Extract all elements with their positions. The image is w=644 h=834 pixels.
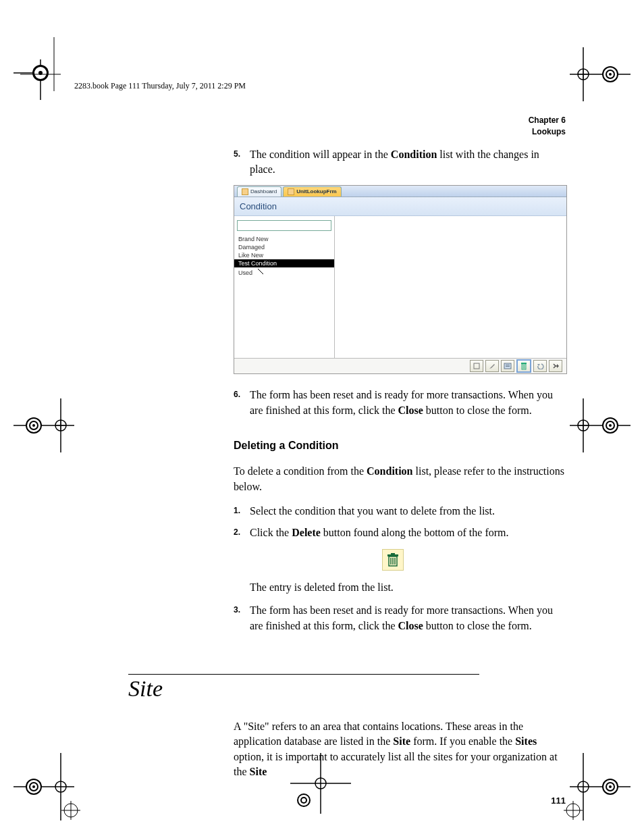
crop-mark-top-left (14, 59, 74, 120)
form-title: Condition (234, 197, 566, 216)
svg-point-61 (606, 782, 615, 791)
svg-point-43 (29, 782, 38, 791)
step-text: The form has been reset and is ready for… (250, 604, 553, 631)
svg-point-44 (30, 783, 37, 790)
tab-icon (288, 188, 294, 195)
condition-list-item[interactable]: Damaged (234, 243, 334, 251)
svg-point-14 (603, 68, 617, 81)
svg-point-10 (578, 69, 589, 80)
step-text: Click the Delete button found along the … (250, 527, 508, 538)
delete-result: The entry is deleted from the list. (250, 580, 566, 595)
condition-list-item[interactable]: Test Condition (234, 259, 334, 267)
svg-point-34 (603, 419, 617, 432)
delete-step-2: 2. Click the Delete button found along t… (234, 525, 566, 540)
svg-point-46 (64, 804, 78, 817)
site-paragraph: A "Site" refers to an area that contains… (234, 719, 566, 780)
step-number: 1. (234, 505, 240, 517)
svg-rect-67 (474, 363, 479, 369)
chapter-title: Lookups (128, 126, 566, 138)
cursor-icon (258, 268, 263, 275)
svg-point-25 (29, 421, 38, 430)
svg-point-16 (607, 71, 614, 78)
undo-button[interactable] (533, 360, 547, 372)
condition-list-item[interactable]: Like New (234, 251, 334, 259)
new-button[interactable] (470, 360, 483, 372)
svg-point-41 (26, 779, 42, 795)
form-toolbar (234, 358, 566, 373)
svg-point-59 (602, 779, 618, 795)
step-number: 2. (234, 527, 240, 538)
chapter-header: Chapter 6 Lookups (128, 115, 566, 138)
tab-dashboard[interactable]: Dashboard (237, 186, 281, 197)
delete-button[interactable] (516, 359, 531, 373)
trash-icon (387, 553, 399, 567)
svg-point-62 (607, 783, 614, 790)
svg-rect-69 (506, 365, 510, 365)
svg-point-60 (603, 780, 617, 793)
svg-point-36 (607, 422, 614, 429)
step-6: 6. The form has been reset and is ready … (234, 388, 566, 418)
view-button[interactable] (501, 360, 514, 372)
chapter-label: Chapter 6 (128, 115, 566, 126)
svg-point-35 (606, 421, 615, 430)
crop-mark-bottom-left (14, 746, 88, 820)
svg-point-37 (609, 424, 612, 427)
step-number: 3. (234, 604, 240, 616)
condition-list-panel: Brand NewDamagedLike NewTest ConditionUs… (234, 216, 335, 358)
section-rule (128, 674, 479, 675)
page-number: 111 (128, 796, 566, 806)
svg-point-63 (609, 785, 612, 788)
svg-point-33 (602, 417, 618, 434)
step-text: The condition will appear in the Conditi… (250, 149, 539, 175)
step-text: Select the condition that you want to de… (250, 505, 495, 517)
section-title-site: Site (128, 676, 566, 702)
step-number: 6. (234, 389, 240, 400)
delete-step-1: 1. Select the condition that you want to… (234, 504, 566, 519)
svg-rect-72 (521, 363, 527, 364)
svg-rect-76 (387, 554, 398, 556)
close-button[interactable] (549, 360, 562, 372)
svg-point-23 (26, 417, 42, 434)
svg-point-26 (30, 422, 37, 429)
crop-mark-top-right (556, 47, 630, 101)
delete-icon-callout (382, 549, 404, 571)
svg-point-17 (609, 73, 612, 76)
step-5: 5. The condition will appear in the Cond… (234, 147, 566, 178)
svg-point-15 (606, 70, 615, 79)
svg-point-42 (27, 780, 41, 793)
delete-intro: To delete a condition from the Condition… (234, 464, 566, 494)
crop-mark-mid-left (14, 398, 88, 452)
condition-list-item[interactable]: Brand New (234, 235, 334, 243)
tab-icon (242, 188, 248, 195)
svg-point-5 (38, 71, 43, 75)
delete-step-3: 3. The form has been reset and is ready … (234, 603, 566, 633)
svg-point-45 (32, 785, 35, 788)
svg-point-20 (55, 420, 66, 431)
step-number: 5. (234, 149, 240, 160)
svg-rect-77 (391, 553, 395, 554)
svg-point-4 (34, 67, 47, 79)
running-head: 2283.book Page 111 Thursday, July 7, 201… (74, 81, 246, 91)
svg-point-40 (55, 781, 66, 792)
svg-point-3 (32, 65, 49, 81)
subheading-deleting-condition: Deleting a Condition (234, 440, 566, 452)
step-text: The form has been reset and is ready for… (250, 389, 553, 415)
filter-input[interactable] (237, 220, 331, 231)
svg-point-58 (578, 781, 589, 792)
condition-list-item[interactable]: Used (234, 267, 334, 277)
svg-point-64 (566, 804, 580, 817)
svg-point-2 (38, 70, 43, 76)
tab-unitlookupfrm[interactable]: UnitLookupFrm (283, 186, 342, 197)
tab-bar: Dashboard UnitLookupFrm (234, 186, 566, 197)
crop-corner-tl (20, 37, 74, 105)
svg-point-27 (32, 424, 35, 427)
condition-form-screenshot: Dashboard UnitLookupFrm Condition Brand … (234, 185, 567, 374)
crop-mark-bottom-right (556, 746, 630, 820)
svg-rect-70 (506, 366, 510, 367)
crop-mark-mid-right (556, 398, 630, 452)
edit-button[interactable] (485, 360, 499, 372)
svg-point-13 (602, 66, 618, 82)
svg-rect-71 (522, 364, 526, 369)
svg-point-30 (578, 420, 589, 431)
svg-point-24 (27, 419, 41, 432)
